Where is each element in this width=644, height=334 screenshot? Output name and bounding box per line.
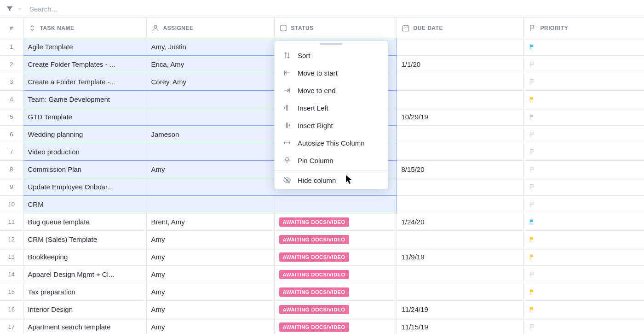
priority-cell[interactable] xyxy=(523,161,644,178)
assignee-cell[interactable] xyxy=(146,143,274,161)
status-cell[interactable]: AWAITING DOCS/VIDEO xyxy=(274,213,397,231)
menu-item-hide[interactable]: Hide column xyxy=(275,171,388,189)
menu-drag-handle[interactable] xyxy=(320,43,343,45)
table-row[interactable]: 13BookkeepingAmyAWAITING DOCS/VIDEO11/9/… xyxy=(0,248,644,266)
task-name-cell[interactable]: Wedding planning xyxy=(23,126,146,143)
priority-cell[interactable] xyxy=(523,126,644,143)
menu-item-insert-right[interactable]: Insert Right xyxy=(275,117,388,134)
table-row[interactable]: 11Bug queue templateBrent, AmyAWAITING D… xyxy=(0,213,644,231)
assignee-cell[interactable]: Erica, Amy xyxy=(146,56,274,73)
status-cell[interactable]: AWAITING DOCS/VIDEO xyxy=(274,318,397,334)
task-name-cell[interactable]: Create Folder Templates - ... xyxy=(23,56,146,73)
status-cell[interactable]: AWAITING DOCS/VIDEO xyxy=(274,301,397,318)
task-name-cell[interactable]: Create a Folder Template -... xyxy=(23,73,146,91)
column-header-due-date[interactable]: DUE DATE xyxy=(397,18,523,38)
task-name-cell[interactable]: Video production xyxy=(23,143,146,161)
task-name-cell[interactable]: Team: Game Development xyxy=(23,91,146,108)
menu-item-pin[interactable]: Pin Column xyxy=(275,152,388,169)
column-header-priority[interactable]: PRIORITY xyxy=(523,18,644,38)
assignee-cell[interactable] xyxy=(146,108,274,126)
column-header-assignee[interactable]: ASSIGNEE xyxy=(146,18,274,38)
due-date-cell[interactable] xyxy=(397,178,523,196)
assignee-cell[interactable]: Jameson xyxy=(146,126,274,143)
due-date-cell[interactable]: 8/15/20 xyxy=(397,161,523,178)
due-date-cell[interactable] xyxy=(397,196,523,213)
task-name-cell[interactable]: Bug queue template xyxy=(23,213,146,231)
priority-cell[interactable] xyxy=(523,56,644,73)
task-name-cell[interactable]: GTD Template xyxy=(23,108,146,126)
due-date-cell[interactable]: 10/29/19 xyxy=(397,108,523,126)
column-header-status[interactable]: STATUS xyxy=(274,18,397,38)
assignee-cell[interactable]: Amy xyxy=(146,248,274,266)
assignee-cell[interactable] xyxy=(146,196,274,213)
table-row[interactable]: 15Tax preparationAmyAWAITING DOCS/VIDEO xyxy=(0,283,644,301)
status-cell[interactable]: AWAITING DOCS/VIDEO xyxy=(274,231,397,248)
due-date-cell[interactable] xyxy=(397,266,523,283)
due-date-cell[interactable]: 11/15/19 xyxy=(397,318,523,334)
search-input[interactable] xyxy=(28,3,638,15)
assignee-cell[interactable]: Amy xyxy=(146,318,274,334)
assignee-cell[interactable]: Amy xyxy=(146,283,274,301)
task-name-cell[interactable]: CRM xyxy=(23,196,146,213)
menu-item-move-start[interactable]: Move to start xyxy=(275,64,388,82)
assignee-cell[interactable]: Brent, Amy xyxy=(146,213,274,231)
menu-item-insert-left[interactable]: Insert Left xyxy=(275,99,388,117)
task-name-cell[interactable]: CRM (Sales) Template xyxy=(23,231,146,248)
assignee-cell[interactable] xyxy=(146,91,274,108)
assignee-cell[interactable]: Amy xyxy=(146,161,274,178)
assignee-cell[interactable] xyxy=(146,178,274,196)
priority-cell[interactable] xyxy=(523,73,644,91)
priority-cell[interactable] xyxy=(523,231,644,248)
priority-cell[interactable] xyxy=(523,196,644,213)
assignee-cell[interactable]: Amy xyxy=(146,301,274,318)
status-cell[interactable] xyxy=(274,196,397,213)
assignee-cell[interactable]: Corey, Amy xyxy=(146,73,274,91)
table-row[interactable]: 16Interior DesignAmyAWAITING DOCS/VIDEO1… xyxy=(0,301,644,318)
priority-cell[interactable] xyxy=(523,318,644,334)
task-name-cell[interactable]: Commission Plan xyxy=(23,161,146,178)
due-date-cell[interactable] xyxy=(397,283,523,301)
task-name-cell[interactable]: Agile Template xyxy=(23,38,146,56)
due-date-cell[interactable]: 11/24/19 xyxy=(397,301,523,318)
priority-cell[interactable] xyxy=(523,178,644,196)
due-date-cell[interactable] xyxy=(397,126,523,143)
status-cell[interactable]: AWAITING DOCS/VIDEO xyxy=(274,283,397,301)
priority-cell[interactable] xyxy=(523,248,644,266)
menu-item-move-end[interactable]: Move to end xyxy=(275,82,388,99)
task-name-cell[interactable]: Update Employee Onboar... xyxy=(23,178,146,196)
column-header-task-name[interactable]: TASK NAME xyxy=(23,18,146,38)
priority-cell[interactable] xyxy=(523,38,644,56)
priority-cell[interactable] xyxy=(523,143,644,161)
assignee-cell[interactable]: Amy xyxy=(146,266,274,283)
task-name-cell[interactable]: Apartment search template xyxy=(23,318,146,334)
due-date-cell[interactable] xyxy=(397,143,523,161)
due-date-cell[interactable] xyxy=(397,231,523,248)
task-name-cell[interactable]: Tax preparation xyxy=(23,283,146,301)
assignee-cell[interactable]: Amy, Justin xyxy=(146,38,274,56)
due-date-cell[interactable] xyxy=(397,91,523,108)
column-header-number[interactable]: # xyxy=(0,18,23,38)
task-name-cell[interactable]: Apparel Design Mgmt + Cl... xyxy=(23,266,146,283)
table-row[interactable]: 12CRM (Sales) TemplateAmyAWAITING DOCS/V… xyxy=(0,231,644,248)
status-cell[interactable]: AWAITING DOCS/VIDEO xyxy=(274,248,397,266)
table-row[interactable]: 10CRM xyxy=(0,196,644,213)
due-date-cell[interactable] xyxy=(397,73,523,91)
priority-cell[interactable] xyxy=(523,91,644,108)
due-date-cell[interactable] xyxy=(397,38,523,56)
priority-cell[interactable] xyxy=(523,213,644,231)
due-date-cell[interactable]: 11/9/19 xyxy=(397,248,523,266)
priority-cell[interactable] xyxy=(523,301,644,318)
priority-cell[interactable] xyxy=(523,108,644,126)
due-date-cell[interactable]: 1/24/20 xyxy=(397,213,523,231)
menu-item-sort[interactable]: Sort xyxy=(275,47,388,64)
table-row[interactable]: 17Apartment search templateAmyAWAITING D… xyxy=(0,318,644,334)
menu-item-autosize[interactable]: Autosize This Column xyxy=(275,134,388,152)
filter-button[interactable] xyxy=(6,5,24,13)
table-row[interactable]: 14Apparel Design Mgmt + Cl...AmyAWAITING… xyxy=(0,266,644,283)
priority-cell[interactable] xyxy=(523,283,644,301)
due-date-cell[interactable]: 1/1/20 xyxy=(397,56,523,73)
task-name-cell[interactable]: Interior Design xyxy=(23,301,146,318)
assignee-cell[interactable]: Amy xyxy=(146,231,274,248)
priority-cell[interactable] xyxy=(523,266,644,283)
status-cell[interactable]: AWAITING DOCS/VIDEO xyxy=(274,266,397,283)
